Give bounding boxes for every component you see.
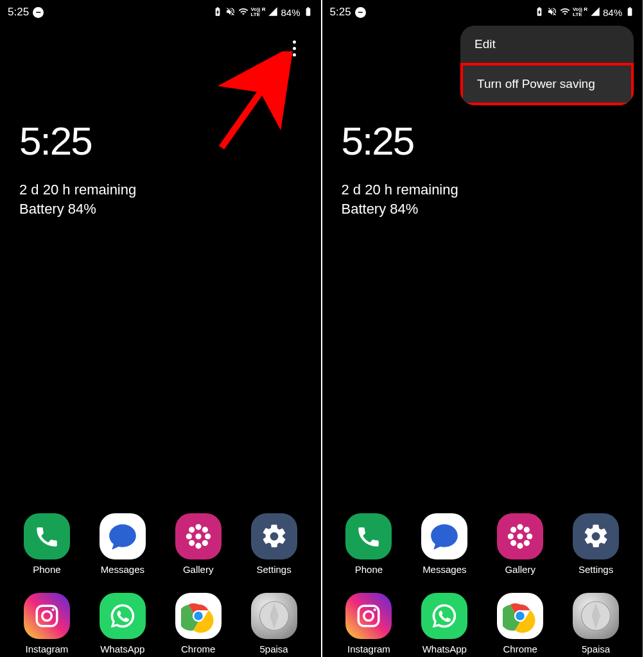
status-bar: 5:25 − Vo)) RLTE 84% — [0, 0, 321, 22]
app-label: Phone — [355, 564, 383, 575]
svg-point-29 — [374, 608, 376, 611]
settings-icon — [251, 513, 297, 559]
battery-remaining-text: 2 d 20 h remaining — [19, 182, 302, 198]
svg-point-8 — [189, 540, 195, 546]
overflow-menu-button[interactable] — [285, 35, 304, 61]
app-label: Gallery — [183, 564, 214, 575]
battery-charging-icon — [213, 6, 223, 19]
whatsapp-icon — [421, 593, 467, 639]
svg-point-19 — [518, 524, 523, 530]
app-whatsapp[interactable]: WhatsApp — [87, 593, 158, 654]
svg-point-3 — [195, 543, 201, 549]
messages-icon — [100, 513, 146, 559]
battery-icon — [303, 6, 313, 19]
svg-point-5 — [205, 533, 211, 539]
messages-icon — [421, 513, 467, 559]
vibrate-mute-icon — [225, 6, 236, 19]
clock-time: 5:25 — [342, 118, 624, 164]
popup-edit[interactable]: Edit — [460, 26, 634, 63]
battery-remaining-text: 2 d 20 h remaining — [342, 182, 624, 198]
signal-icon — [590, 6, 600, 19]
svg-point-7 — [202, 527, 207, 533]
instagram-icon — [24, 593, 70, 639]
gallery-icon — [497, 513, 543, 559]
wifi-icon — [560, 6, 570, 19]
app-whatsapp[interactable]: WhatsApp — [409, 593, 480, 654]
app-settings[interactable]: Settings — [239, 513, 309, 575]
app-phone[interactable]: Phone — [12, 513, 82, 575]
instagram-icon — [345, 593, 392, 639]
settings-icon — [573, 513, 619, 559]
app-settings[interactable]: Settings — [561, 513, 631, 575]
whatsapp-icon — [100, 593, 146, 639]
app-chrome[interactable]: Chrome — [163, 593, 234, 654]
app-chrome[interactable]: Chrome — [485, 593, 555, 654]
app-gallery[interactable]: Gallery — [163, 513, 234, 575]
svg-point-12 — [51, 608, 54, 611]
app-phone[interactable]: Phone — [334, 513, 405, 575]
app-label: Settings — [579, 564, 613, 575]
svg-point-18 — [518, 533, 523, 539]
app-label: WhatsApp — [422, 644, 467, 654]
phone-icon — [24, 513, 70, 559]
app-label: 5paisa — [259, 644, 288, 654]
phone-screen-left: 5:25 − Vo)) RLTE 84% — [0, 0, 322, 657]
app-instagram[interactable]: Instagram — [12, 593, 82, 654]
5paisa-icon — [251, 593, 297, 639]
vibrate-mute-icon — [547, 6, 557, 19]
app-label: Settings — [256, 564, 291, 575]
app-label: Chrome — [503, 644, 537, 654]
volte-icon: Vo)) RLTE — [251, 7, 266, 17]
svg-point-11 — [42, 611, 52, 621]
app-label: Gallery — [505, 564, 535, 575]
app-label: Messages — [422, 564, 466, 575]
app-grid: Phone Messages Gallery Settings Instagr — [0, 513, 321, 657]
svg-point-9 — [202, 540, 207, 546]
battery-percent-text: 84% — [603, 7, 622, 18]
battery-charging-icon — [534, 6, 544, 19]
gallery-icon — [175, 513, 222, 559]
svg-point-6 — [189, 527, 195, 533]
app-grid: Phone Messages Gallery Settings Instagra… — [322, 513, 643, 657]
dnd-icon: − — [33, 7, 44, 18]
app-label: Messages — [101, 564, 144, 575]
app-messages[interactable]: Messages — [409, 513, 480, 575]
chrome-icon — [175, 593, 222, 639]
svg-point-21 — [508, 533, 514, 539]
app-label: Instagram — [26, 644, 69, 654]
app-label: 5paisa — [582, 644, 610, 654]
svg-point-2 — [195, 524, 201, 530]
app-5paisa[interactable]: 5paisa — [239, 593, 309, 654]
svg-point-25 — [510, 540, 516, 546]
app-label: WhatsApp — [100, 644, 144, 654]
battery-percent-large: Battery 84% — [342, 201, 624, 218]
svg-point-4 — [186, 533, 191, 539]
app-messages[interactable]: Messages — [87, 513, 158, 575]
phone-icon — [345, 513, 392, 559]
wifi-icon — [238, 6, 248, 19]
app-label: Instagram — [347, 644, 390, 654]
svg-point-28 — [364, 611, 374, 621]
svg-point-23 — [510, 527, 516, 533]
popup-turn-off-power-saving[interactable]: Turn off Power saving — [460, 63, 634, 105]
app-instagram[interactable]: Instagram — [334, 593, 405, 654]
status-time: 5:25 — [330, 6, 351, 19]
battery-percent-text: 84% — [281, 7, 300, 18]
chrome-icon — [497, 593, 543, 639]
battery-icon — [625, 6, 635, 19]
dnd-icon: − — [355, 7, 366, 18]
svg-point-20 — [518, 543, 523, 549]
battery-percent-large: Battery 84% — [19, 201, 302, 218]
app-5paisa[interactable]: 5paisa — [561, 593, 631, 654]
app-label: Chrome — [181, 644, 215, 654]
app-gallery[interactable]: Gallery — [485, 513, 555, 575]
svg-point-1 — [195, 533, 201, 539]
clock-widget: 5:25 2 d 20 h remaining Battery 84% — [0, 22, 321, 218]
overflow-popup-menu: Edit Turn off Power saving — [460, 26, 634, 105]
svg-point-26 — [524, 540, 530, 546]
5paisa-icon — [573, 593, 619, 639]
phone-screen-right: 5:25 − Vo)) RLTE 84% Edit Turn off Po — [322, 0, 645, 657]
signal-icon — [268, 6, 278, 19]
svg-point-24 — [524, 527, 530, 533]
status-time: 5:25 — [8, 6, 29, 19]
